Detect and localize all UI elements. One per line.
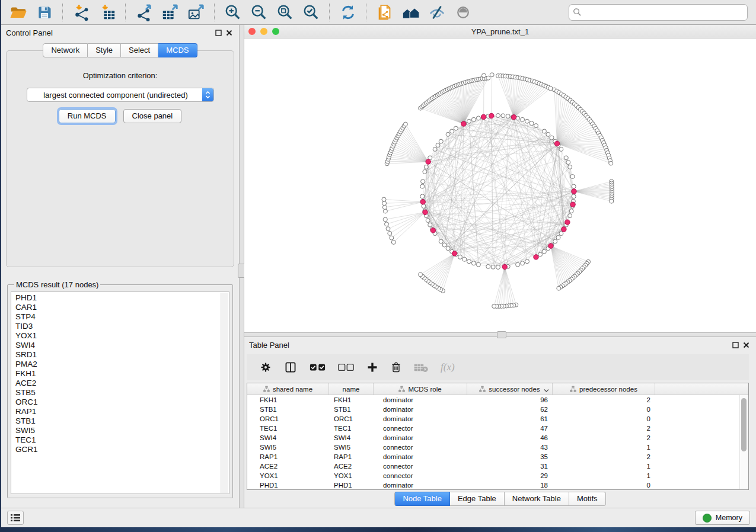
table-row[interactable]: SWI4SWI4dominator462 bbox=[247, 433, 748, 443]
mcds-result-item[interactable]: FKH1 bbox=[15, 369, 221, 379]
vertical-splitter[interactable] bbox=[239, 25, 244, 508]
mcds-result-item[interactable]: PMA2 bbox=[15, 360, 221, 369]
table-cell[interactable]: PHD1 bbox=[329, 482, 374, 489]
table-cell[interactable]: connector bbox=[374, 472, 467, 479]
column-header-successor-nodes[interactable]: successor nodes bbox=[467, 383, 553, 395]
table-row[interactable]: YOX1YOX1connector291 bbox=[247, 471, 748, 480]
table-cell[interactable]: connector bbox=[374, 444, 467, 451]
column-header-shared-name[interactable]: shared name bbox=[247, 383, 329, 395]
criterion-dropdown[interactable]: largest connected component (undirected) bbox=[27, 88, 214, 102]
table-cell[interactable]: connector bbox=[374, 425, 467, 432]
table-cell[interactable]: RAP1 bbox=[247, 453, 329, 460]
table-cell[interactable]: STB1 bbox=[329, 406, 374, 413]
table-cell[interactable]: 62 bbox=[467, 406, 553, 413]
table-cell[interactable]: 2 bbox=[553, 453, 655, 460]
mcds-result-item[interactable]: STB5 bbox=[15, 388, 221, 398]
table-row[interactable]: ORC1ORC1dominator610 bbox=[247, 414, 748, 424]
table-cell[interactable]: ACE2 bbox=[247, 463, 329, 470]
table-row[interactable]: STB1STB1dominator620 bbox=[247, 405, 748, 414]
table-row[interactable]: PHD1PHD1dominator180 bbox=[247, 480, 748, 490]
open-file-button[interactable] bbox=[7, 2, 30, 23]
mcds-result-item[interactable]: CAR1 bbox=[15, 303, 221, 312]
table-cell[interactable]: 1 bbox=[553, 444, 655, 451]
table-cell[interactable]: 43 bbox=[467, 444, 553, 451]
table-tab-motifs[interactable]: Motifs bbox=[569, 492, 606, 506]
window-maximize-traffic-light[interactable] bbox=[272, 28, 279, 35]
table-cell[interactable]: connector bbox=[374, 463, 467, 470]
export-table-button[interactable] bbox=[159, 2, 181, 23]
mcds-result-item[interactable]: ACE2 bbox=[15, 379, 221, 388]
refresh-layout-button[interactable] bbox=[337, 2, 359, 23]
window-minimize-traffic-light[interactable] bbox=[260, 28, 267, 35]
tab-style[interactable]: Style bbox=[88, 43, 121, 57]
export-network-button[interactable] bbox=[133, 2, 155, 23]
table-row[interactable]: FKH1FKH1dominator962 bbox=[247, 395, 748, 405]
table-cell[interactable]: 35 bbox=[467, 453, 553, 460]
control-panel-close-button[interactable] bbox=[224, 28, 234, 39]
table-cell[interactable]: 47 bbox=[467, 425, 553, 432]
horizontal-splitter[interactable] bbox=[244, 332, 756, 337]
table-cell[interactable]: dominator bbox=[374, 415, 467, 422]
new-network-from-selection-button[interactable] bbox=[374, 2, 396, 23]
table-cell[interactable]: 96 bbox=[467, 396, 553, 403]
column-header-predecessor-nodes[interactable]: predecessor nodes bbox=[553, 383, 655, 395]
search-input[interactable] bbox=[582, 7, 744, 17]
tab-network[interactable]: Network bbox=[43, 43, 88, 57]
table-cell[interactable]: YOX1 bbox=[329, 472, 374, 479]
mcds-result-item[interactable]: TEC1 bbox=[15, 435, 221, 445]
table-row[interactable]: TEC1TEC1connector472 bbox=[247, 424, 748, 433]
run-mcds-button[interactable]: Run MCDS bbox=[59, 109, 116, 123]
close-panel-button[interactable]: Close panel bbox=[123, 109, 182, 123]
table-row[interactable]: RAP1RAP1dominator352 bbox=[247, 452, 748, 462]
show-columns-button[interactable] bbox=[284, 361, 297, 374]
table-cell[interactable]: PHD1 bbox=[247, 482, 329, 489]
mcds-result-item[interactable]: ORC1 bbox=[15, 398, 221, 407]
mcds-result-item[interactable]: RAP1 bbox=[15, 407, 221, 416]
mcds-result-item[interactable]: STP4 bbox=[15, 312, 221, 322]
table-cell[interactable]: ORC1 bbox=[247, 415, 329, 422]
table-settings-button[interactable] bbox=[260, 361, 272, 373]
table-scrollbar-thumb[interactable] bbox=[741, 398, 747, 451]
table-cell[interactable]: RAP1 bbox=[329, 453, 374, 460]
table-cell[interactable]: YOX1 bbox=[247, 472, 329, 479]
tab-mcds[interactable]: MCDS bbox=[158, 43, 197, 57]
splitter-grip[interactable] bbox=[497, 331, 506, 338]
table-panel-float-button[interactable] bbox=[730, 340, 741, 351]
table-cell[interactable]: 18 bbox=[467, 482, 553, 489]
table-cell[interactable]: 31 bbox=[467, 463, 553, 470]
table-cell[interactable]: dominator bbox=[374, 396, 467, 403]
table-cell[interactable]: SWI4 bbox=[329, 434, 374, 441]
table-cell[interactable]: ORC1 bbox=[329, 415, 374, 422]
table-row[interactable]: ACE2ACE2connector311 bbox=[247, 462, 748, 471]
save-session-button[interactable] bbox=[33, 2, 56, 23]
task-history-button[interactable] bbox=[7, 511, 24, 525]
zoom-in-button[interactable] bbox=[222, 2, 244, 23]
table-cell[interactable]: 2 bbox=[553, 434, 655, 441]
table-cell[interactable]: 0 bbox=[553, 406, 655, 413]
table-cell[interactable]: 61 bbox=[467, 415, 553, 422]
zoom-out-button[interactable] bbox=[248, 2, 270, 23]
mcds-result-item[interactable]: GCR1 bbox=[15, 445, 221, 454]
table-scrollbar[interactable] bbox=[739, 395, 748, 489]
first-neighbors-button[interactable] bbox=[400, 2, 422, 23]
table-cell[interactable]: 29 bbox=[467, 472, 553, 479]
table-cell[interactable]: STB1 bbox=[247, 406, 329, 413]
deselect-all-rows-button[interactable] bbox=[338, 363, 354, 371]
table-cell[interactable]: FKH1 bbox=[247, 396, 329, 403]
table-panel-close-button[interactable] bbox=[741, 340, 751, 351]
mcds-result-scrollbar[interactable] bbox=[221, 293, 228, 493]
create-column-button[interactable] bbox=[366, 361, 378, 373]
mcds-result-item[interactable]: SWI4 bbox=[15, 341, 221, 350]
mcds-result-item[interactable]: SRD1 bbox=[15, 350, 221, 360]
mcds-result-item[interactable]: PHD1 bbox=[15, 293, 221, 303]
export-image-button[interactable] bbox=[185, 2, 208, 23]
table-cell[interactable]: SWI5 bbox=[329, 444, 374, 451]
table-cell[interactable]: dominator bbox=[374, 434, 467, 441]
tab-select[interactable]: Select bbox=[121, 43, 158, 57]
table-tab-edge-table[interactable]: Edge Table bbox=[450, 492, 505, 506]
table-cell[interactable]: 0 bbox=[553, 482, 655, 489]
table-cell[interactable]: FKH1 bbox=[329, 396, 374, 403]
table-cell[interactable]: TEC1 bbox=[247, 425, 329, 432]
function-builder-button[interactable]: f(x) bbox=[441, 361, 455, 373]
network-canvas[interactable] bbox=[244, 39, 756, 332]
